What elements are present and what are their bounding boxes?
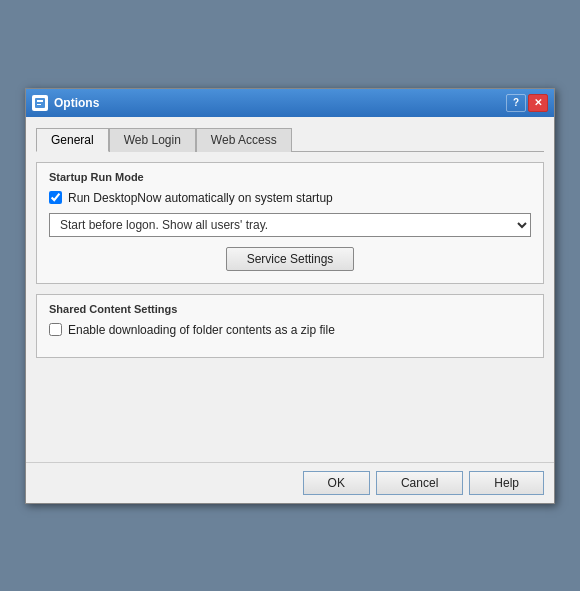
startup-section: Startup Run Mode Run DesktopNow automati…: [36, 162, 544, 284]
tab-general[interactable]: General: [36, 128, 109, 152]
dialog-body: General Web Login Web Access Startup Run…: [26, 117, 554, 462]
svg-rect-1: [37, 100, 43, 102]
shared-content-section-label: Shared Content Settings: [49, 303, 531, 315]
title-bar: Options ? ✕: [26, 89, 554, 117]
svg-rect-2: [37, 104, 41, 105]
dialog-footer: OK Cancel Help: [26, 462, 554, 503]
title-buttons: ? ✕: [506, 94, 548, 112]
tab-web-access[interactable]: Web Access: [196, 128, 292, 152]
zip-checkbox-label[interactable]: Enable downloading of folder contents as…: [68, 323, 335, 337]
ok-button[interactable]: OK: [303, 471, 370, 495]
svg-rect-0: [35, 98, 45, 108]
startup-mode-dropdown[interactable]: Start before logon. Show all users' tray…: [49, 213, 531, 237]
app-icon: [32, 95, 48, 111]
close-button[interactable]: ✕: [528, 94, 548, 112]
title-bar-left: Options: [32, 95, 99, 111]
startup-dropdown-row: Start before logon. Show all users' tray…: [49, 213, 531, 237]
cancel-button[interactable]: Cancel: [376, 471, 463, 495]
service-settings-button[interactable]: Service Settings: [226, 247, 355, 271]
shared-content-section: Shared Content Settings Enable downloadi…: [36, 294, 544, 358]
startup-checkbox-label[interactable]: Run DesktopNow automatically on system s…: [68, 191, 333, 205]
tab-content: Startup Run Mode Run DesktopNow automati…: [36, 162, 544, 452]
zip-checkbox-row: Enable downloading of folder contents as…: [49, 323, 531, 337]
help-button[interactable]: Help: [469, 471, 544, 495]
startup-section-label: Startup Run Mode: [49, 171, 531, 183]
tab-bar: General Web Login Web Access: [36, 127, 544, 152]
options-dialog: Options ? ✕ General Web Login Web Access…: [25, 88, 555, 504]
startup-checkbox-row: Run DesktopNow automatically on system s…: [49, 191, 531, 205]
help-title-button[interactable]: ?: [506, 94, 526, 112]
dialog-title: Options: [54, 96, 99, 110]
zip-checkbox[interactable]: [49, 323, 62, 336]
startup-checkbox[interactable]: [49, 191, 62, 204]
tab-web-login[interactable]: Web Login: [109, 128, 196, 152]
